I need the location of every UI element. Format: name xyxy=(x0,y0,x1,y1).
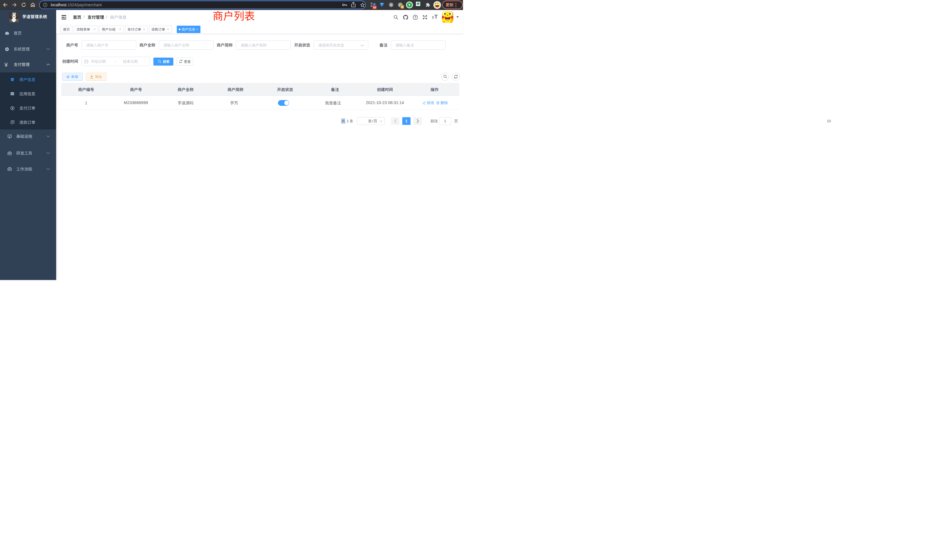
svg-text:⌘: ⌘ xyxy=(390,3,393,6)
